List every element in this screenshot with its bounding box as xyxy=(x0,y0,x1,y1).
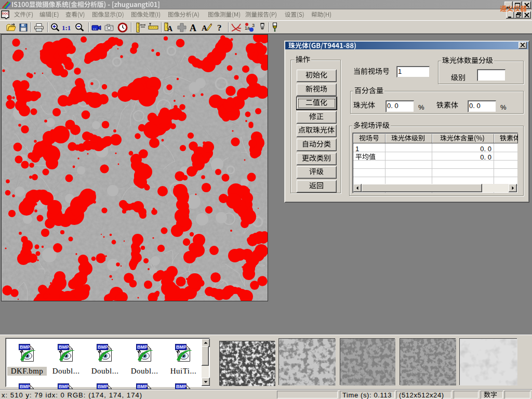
svg-text:BMP: BMP xyxy=(137,344,148,350)
svg-text:BMP: BMP xyxy=(59,344,69,350)
svg-text:BMP: BMP xyxy=(98,344,108,350)
svg-text:BMP: BMP xyxy=(20,344,30,350)
svg-text:A: A xyxy=(190,23,196,33)
svg-text:BMP: BMP xyxy=(176,384,187,389)
svg-text:1:1: 1:1 xyxy=(62,24,71,32)
svg-text:BMP: BMP xyxy=(176,344,187,350)
svg-text:BMP: BMP xyxy=(59,384,69,389)
svg-text:?: ? xyxy=(217,23,222,33)
svg-text:BMP: BMP xyxy=(137,384,148,389)
svg-text:A: A xyxy=(202,24,207,32)
svg-text:1a: 1a xyxy=(245,25,250,31)
svg-text:BMP: BMP xyxy=(20,384,30,389)
svg-text:3: 3 xyxy=(252,23,255,28)
svg-text:DOC: DOC xyxy=(2,12,9,15)
svg-text:A: A xyxy=(167,25,173,33)
svg-text:BMP: BMP xyxy=(98,384,108,389)
